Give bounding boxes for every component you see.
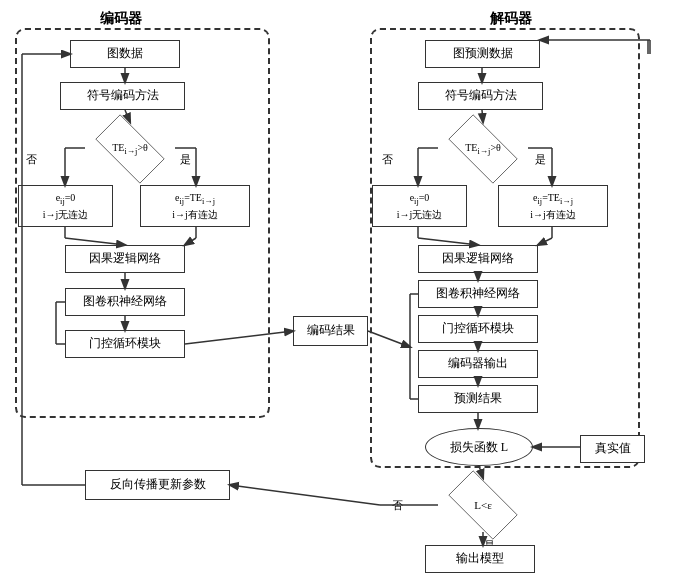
enc-input: 图数据: [70, 40, 180, 68]
enc-gate: 门控循环模块: [65, 330, 185, 358]
true-val: 真实值: [580, 435, 645, 463]
dec-gate: 门控循环模块: [418, 315, 538, 343]
backprop: 反向传播更新参数: [85, 470, 230, 500]
dec-input: 图预测数据: [425, 40, 540, 68]
enc-gcn: 图卷积神经网络: [65, 288, 185, 316]
loss-func: 损失函数 L: [425, 428, 533, 466]
dec-diamond2-text: L<ε: [474, 499, 492, 511]
dec-sign: 符号编码方法: [418, 82, 543, 110]
enc-diamond: TEi→j>θ: [85, 122, 175, 176]
dec-enc-out: 编码器输出: [418, 350, 538, 378]
enc-yes-box: eij=TEi→ji→j有连边: [140, 185, 250, 227]
enc-output: 编码结果: [293, 316, 368, 346]
dec-causal: 因果逻辑网络: [418, 245, 538, 273]
dec-no-label: 否: [382, 152, 393, 167]
dec-pred: 预测结果: [418, 385, 538, 413]
output-model: 输出模型: [425, 545, 535, 573]
decoder-label: 解码器: [490, 10, 532, 28]
encoder-label: 编码器: [100, 10, 142, 28]
dec-yes-box: eij=TEi→ji→j有连边: [498, 185, 608, 227]
dec-yes-label: 是: [535, 152, 546, 167]
enc-causal: 因果逻辑网络: [65, 245, 185, 273]
dec-no2-label: 否: [392, 498, 403, 513]
enc-sign: 符号编码方法: [60, 82, 185, 110]
enc-yes-label: 是: [180, 152, 191, 167]
svg-line-37: [230, 485, 380, 505]
enc-no-box: eij=0i→j无连边: [18, 185, 113, 227]
dec-diamond2: L<ε: [438, 478, 528, 532]
dec-gcn: 图卷积神经网络: [418, 280, 538, 308]
dec-diamond: TEi→j>θ: [438, 122, 528, 176]
dec-diamond-text: TEi→j>θ: [465, 142, 501, 156]
enc-diamond-text: TEi→j>θ: [112, 142, 148, 156]
dec-no-box: eij=0i→j无连边: [372, 185, 467, 227]
enc-no-label: 否: [26, 152, 37, 167]
